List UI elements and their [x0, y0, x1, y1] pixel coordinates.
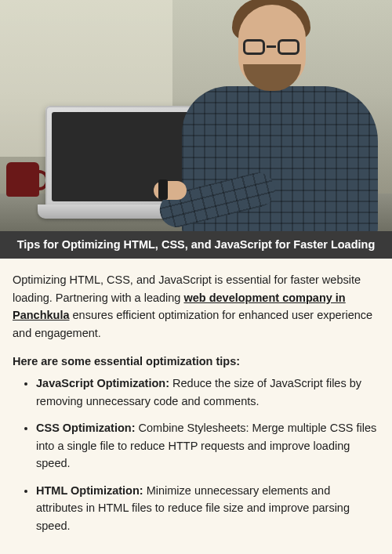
tip-label: JavaScript Optimization:	[36, 377, 169, 389]
hero-image	[0, 0, 392, 231]
tip-label: CSS Optimization:	[36, 422, 135, 434]
article-body: Optimizing HTML, CSS, and JavaScript is …	[0, 259, 392, 554]
list-item: HTML Optimization: Minimize unnecessary …	[36, 482, 378, 534]
intro-paragraph: Optimizing HTML, CSS, and JavaScript is …	[13, 271, 378, 342]
hero-coffee-mug	[6, 162, 39, 197]
list-item: CSS Optimization: Combine Stylesheets: M…	[36, 419, 378, 472]
page-title: Tips for Optimizing HTML, CSS, and JavaS…	[0, 231, 392, 259]
tip-label: HTML Optimization:	[36, 484, 143, 497]
list-item: JavaScript Optimization: Reduce the size…	[36, 375, 378, 410]
tips-list: JavaScript Optimization: Reduce the size…	[13, 375, 378, 534]
glasses-icon	[243, 39, 299, 56]
hero-wristwatch	[158, 179, 168, 200]
hero-person	[169, 0, 373, 231]
tips-subheading: Here are some essential optimization tip…	[13, 353, 378, 370]
